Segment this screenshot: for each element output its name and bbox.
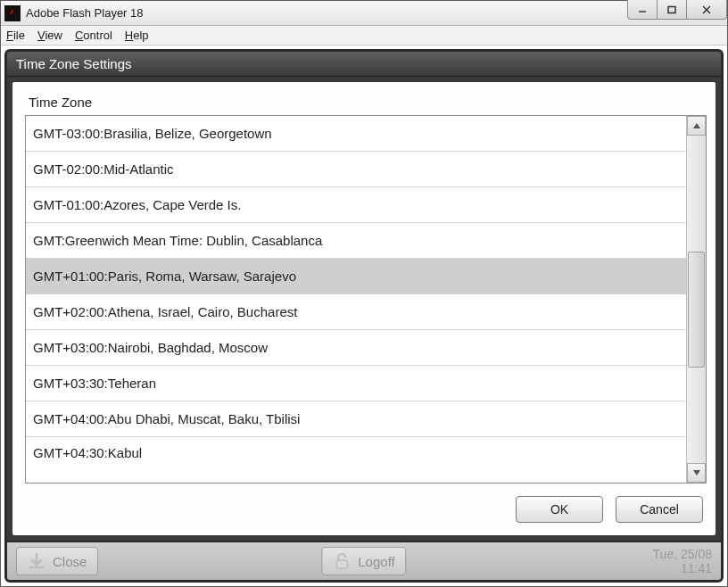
download-arrow-icon xyxy=(28,552,46,570)
close-window-button[interactable] xyxy=(686,0,727,20)
svg-marker-4 xyxy=(693,123,700,128)
dialog-button-row: OK Cancel xyxy=(25,484,707,525)
titlebar[interactable]: Adobe Flash Player 18 xyxy=(1,1,727,26)
lock-open-icon xyxy=(333,552,351,570)
footer-bar: Close Logoff Tue, 25/08 11:41 xyxy=(7,541,721,580)
minimize-button[interactable] xyxy=(627,0,658,20)
timezone-option[interactable]: GMT+02:00:Athena, Israel, Cairo, Buchare… xyxy=(26,294,686,330)
timezone-option[interactable]: GMT+04:30:Kabul xyxy=(26,437,686,464)
svg-marker-5 xyxy=(693,470,700,475)
close-footer-button[interactable]: Close xyxy=(16,547,98,575)
logoff-label: Logoff xyxy=(358,554,394,569)
cancel-button[interactable]: Cancel xyxy=(616,496,703,523)
footer-date: Tue, 25/08 xyxy=(653,547,712,561)
scrollbar-thumb[interactable] xyxy=(688,252,705,368)
scroll-up-button[interactable] xyxy=(687,116,706,136)
maximize-button[interactable] xyxy=(657,0,687,20)
menu-help[interactable]: Help xyxy=(125,29,149,42)
listbox-scrollbar[interactable] xyxy=(686,116,706,483)
timezone-section-label: Time Zone xyxy=(29,95,703,110)
menubar: File View Control Help xyxy=(1,26,727,45)
scroll-down-button[interactable] xyxy=(687,463,706,483)
timezone-option[interactable]: GMT+04:00:Abu Dhabi, Muscat, Baku, Tbili… xyxy=(26,401,686,437)
timezone-option[interactable]: GMT-03:00:Brasilia, Belize, Georgetown xyxy=(26,116,686,152)
svg-rect-1 xyxy=(668,6,675,12)
timezone-option[interactable]: GMT:Greenwich Mean Time: Dublin, Casabla… xyxy=(26,223,686,259)
footer-datetime: Tue, 25/08 11:41 xyxy=(653,547,712,575)
menu-control[interactable]: Control xyxy=(75,29,112,42)
timezone-list-items: GMT-03:00:Brasilia, Belize, GeorgetownGM… xyxy=(26,116,686,483)
dialog-body: Time Zone GMT-03:00:Brasilia, Belize, Ge… xyxy=(12,82,716,535)
footer-time: 11:41 xyxy=(653,561,712,575)
timezone-option[interactable]: GMT+03:30:Teheran xyxy=(26,366,686,401)
app-content-frame: Time Zone Settings Time Zone GMT-03:00:B… xyxy=(4,49,724,583)
svg-rect-6 xyxy=(336,560,347,568)
menu-file[interactable]: File xyxy=(6,29,25,42)
timezone-option[interactable]: GMT-01:00:Azores, Cape Verde Is. xyxy=(26,187,686,223)
close-footer-label: Close xyxy=(53,554,87,569)
timezone-option[interactable]: GMT+03:00:Nairobi, Baghdad, Moscow xyxy=(26,330,686,366)
app-window: Adobe Flash Player 18 File View Control … xyxy=(0,0,728,587)
window-title: Adobe Flash Player 18 xyxy=(26,6,144,20)
dialog-title: Time Zone Settings xyxy=(7,52,721,77)
scrollbar-track[interactable] xyxy=(687,136,706,463)
logoff-button[interactable]: Logoff xyxy=(321,547,406,575)
timezone-option[interactable]: GMT+01:00:Paris, Roma, Warsaw, Sarajevo xyxy=(26,259,686,294)
window-controls xyxy=(628,0,727,20)
timezone-option[interactable]: GMT-02:00:Mid-Atlantic xyxy=(26,152,686,187)
timezone-listbox[interactable]: GMT-03:00:Brasilia, Belize, GeorgetownGM… xyxy=(25,115,707,484)
menu-view[interactable]: View xyxy=(37,29,62,42)
ok-button[interactable]: OK xyxy=(516,496,603,523)
flash-app-icon xyxy=(4,5,21,21)
